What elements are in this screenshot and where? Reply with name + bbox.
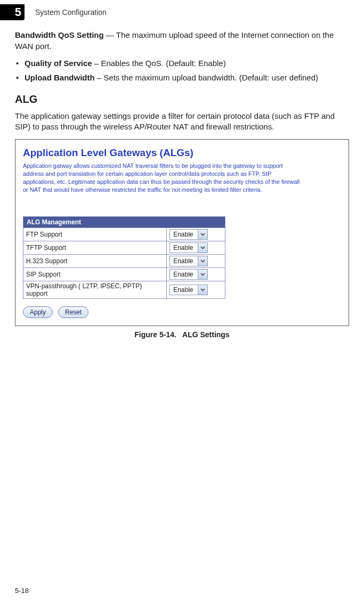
row-label: VPN-passthrough ( L2TP, IPSEC, PPTP) sup… xyxy=(23,281,167,298)
qos-intro: Bandwidth QoS Setting — The maximum uplo… xyxy=(15,30,349,52)
content-area: Bandwidth QoS Setting — The maximum uplo… xyxy=(0,30,364,339)
vpn-select[interactable]: Enable xyxy=(169,285,207,295)
apply-button[interactable]: Apply xyxy=(23,306,53,318)
row-label: TFTP Support xyxy=(23,241,167,254)
row-control-cell: Enable xyxy=(167,228,225,241)
figure-caption: Figure 5-14. ALG Settings xyxy=(15,330,349,339)
alg-table: ALG Management FTP Support Enable TFTP S… xyxy=(23,216,225,299)
select-value: Enable xyxy=(170,231,197,238)
bullet-name: Upload Bandwidth xyxy=(25,73,95,82)
bullet-item: Quality of Service – Enables the QoS. (D… xyxy=(15,58,349,69)
row-control-cell: Enable xyxy=(167,254,225,267)
alg-heading: ALG xyxy=(15,93,349,105)
reset-button[interactable]: Reset xyxy=(58,306,88,318)
row-control-cell: Enable xyxy=(167,241,225,254)
chevron-down-icon xyxy=(198,270,207,279)
button-row: Apply Reset xyxy=(23,306,341,318)
table-header: ALG Management xyxy=(23,216,225,228)
table-header-row: ALG Management xyxy=(23,216,225,228)
table-row: SIP Support Enable xyxy=(23,267,225,281)
table-row: TFTP Support Enable xyxy=(23,241,225,254)
caption-text: ALG Settings xyxy=(182,330,230,339)
chevron-down-icon xyxy=(198,256,207,266)
table-row: FTP Support Enable xyxy=(23,228,225,241)
select-value: Enable xyxy=(170,257,197,265)
qos-bullet-list: Quality of Service – Enables the QoS. (D… xyxy=(15,58,349,83)
chevron-down-icon xyxy=(198,243,207,253)
bullet-item: Upload Bandwidth – Sets the maximum uplo… xyxy=(15,72,349,84)
row-label: SIP Support xyxy=(23,267,167,281)
ftp-select[interactable]: Enable xyxy=(169,229,207,240)
qos-title: Bandwidth QoS Setting xyxy=(15,30,104,39)
h323-select[interactable]: Enable xyxy=(169,256,207,266)
chevron-down-icon xyxy=(198,230,207,239)
page-header: 5 System Configuration xyxy=(0,0,364,25)
chapter-number: 5 xyxy=(15,5,21,19)
caption-prefix: Figure 5-14. xyxy=(134,330,176,339)
row-control-cell: Enable xyxy=(167,267,225,281)
row-label: H.323 Support xyxy=(23,254,167,267)
select-value: Enable xyxy=(170,271,197,278)
select-value: Enable xyxy=(170,286,197,294)
row-label: FTP Support xyxy=(23,228,167,241)
table-row: VPN-passthrough ( L2TP, IPSEC, PPTP) sup… xyxy=(23,281,225,298)
tftp-select[interactable]: Enable xyxy=(169,242,207,253)
page-number: 5-18 xyxy=(15,587,29,595)
select-value: Enable xyxy=(170,244,197,251)
bullet-rest: – Sets the maximum upload bandwidth. (De… xyxy=(95,73,318,82)
row-control-cell: Enable xyxy=(167,281,225,298)
bullet-name: Quality of Service xyxy=(25,59,92,68)
alg-paragraph: The application gateway settings provide… xyxy=(15,111,349,133)
panel-desc: Application gatway allows customized NAT… xyxy=(23,162,300,193)
bullet-rest: – Enables the QoS. (Default: Enable) xyxy=(92,59,226,68)
chevron-down-icon xyxy=(198,285,207,295)
header-title: System Configuration xyxy=(35,8,107,17)
table-row: H.323 Support Enable xyxy=(23,254,225,267)
panel-title: Application Level Gateways (ALGs) xyxy=(23,147,341,159)
figure-frame: Application Level Gateways (ALGs) Applic… xyxy=(15,139,349,326)
sip-select[interactable]: Enable xyxy=(169,269,207,280)
chapter-badge: 5 xyxy=(0,4,25,20)
